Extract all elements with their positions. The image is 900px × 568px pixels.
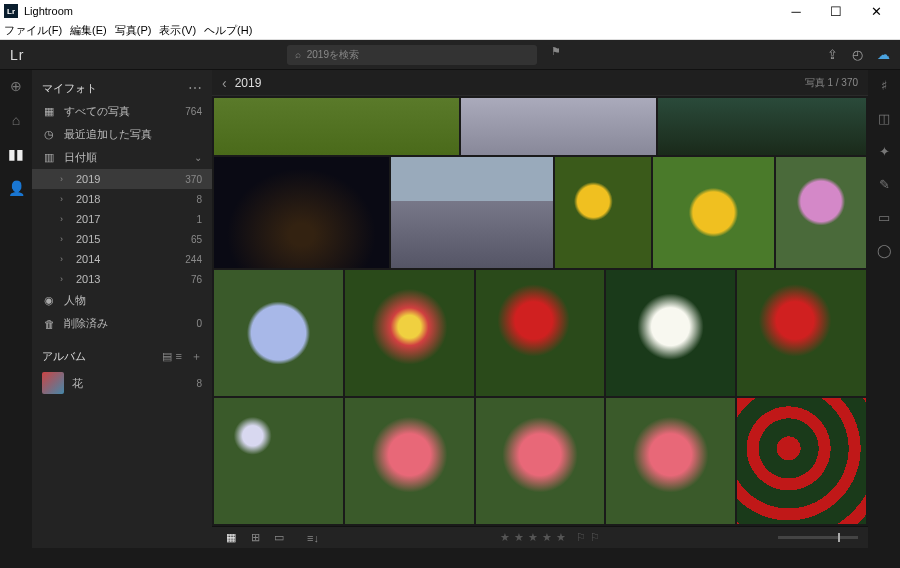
photo-thumbnail[interactable]	[345, 270, 474, 396]
grid-view-icon[interactable]: ▦	[222, 531, 240, 545]
photo-thumbnail[interactable]	[476, 398, 605, 524]
sidebar-item-all-photos[interactable]: ▦すべての写真 764	[32, 100, 212, 123]
flag-reject-icon[interactable]: ⚐	[590, 531, 600, 544]
photo-thumbnail[interactable]	[555, 157, 651, 267]
sidebar-year-2014[interactable]: ›2014244	[32, 249, 212, 269]
year-count: 76	[191, 274, 202, 285]
album-thumbnail	[42, 372, 64, 394]
zoom-slider[interactable]	[778, 536, 858, 539]
sidebar-item-recent[interactable]: ◷最近追加した写真	[32, 123, 212, 146]
chevron-right-icon: ›	[60, 254, 68, 264]
myphotos-section-title: マイフォト ⋯	[32, 76, 212, 100]
share-icon[interactable]: ⇪	[827, 47, 838, 62]
detail-view-icon[interactable]: ▭	[270, 531, 288, 545]
maximize-button[interactable]: ☐	[816, 4, 856, 19]
photo-thumbnail[interactable]	[653, 157, 773, 267]
app-logo: Lr	[10, 47, 24, 63]
cloud-sync-icon[interactable]: ☁	[877, 47, 890, 62]
library-icon[interactable]: ▮▮	[8, 146, 24, 162]
chevron-right-icon: ›	[60, 174, 68, 184]
year-count: 65	[191, 234, 202, 245]
search-input[interactable]: ⌕ 2019を検索	[287, 45, 537, 65]
photo-thumbnail[interactable]	[658, 98, 866, 155]
album-flowers[interactable]: 花 8	[32, 368, 212, 398]
menu-edit[interactable]: 編集(E)	[70, 23, 107, 38]
filter-icon[interactable]: ⚑	[547, 45, 565, 65]
album-view-icon[interactable]: ▤ ≡	[162, 350, 181, 362]
flag-pick-icon[interactable]: ⚐	[576, 531, 586, 544]
photo-thumbnail[interactable]	[461, 98, 657, 155]
sidebar-year-2018[interactable]: ›20188	[32, 189, 212, 209]
photo-thumbnail[interactable]	[391, 157, 554, 267]
recent-label: 最近追加した写真	[64, 127, 152, 142]
year-label: 2019	[76, 173, 100, 185]
radial-gradient-icon[interactable]: ◯	[877, 243, 892, 258]
app-icon: Lr	[4, 4, 18, 18]
back-icon[interactable]: ‹	[222, 75, 227, 91]
app-toolbar: Lr ⌕ 2019を検索 ⚑ ⇪ ◴ ☁	[0, 40, 900, 70]
home-icon[interactable]: ⌂	[12, 112, 20, 128]
menu-view[interactable]: 表示(V)	[159, 23, 196, 38]
sidebar-item-by-date[interactable]: ▥日付順 ⌄	[32, 146, 212, 169]
crop-icon[interactable]: ◫	[878, 111, 890, 126]
chevron-right-icon: ›	[60, 234, 68, 244]
add-photos-icon[interactable]: ⊕	[10, 78, 22, 94]
add-album-icon[interactable]: ＋	[191, 350, 202, 362]
photo-thumbnail[interactable]	[345, 398, 474, 524]
star-icon[interactable]: ★	[556, 531, 566, 544]
healing-icon[interactable]: ✦	[879, 144, 890, 159]
close-button[interactable]: ✕	[856, 4, 896, 19]
sidebar-item-people[interactable]: ◉人物	[32, 289, 212, 312]
minimize-button[interactable]: ─	[776, 4, 816, 19]
albums-section-title: アルバム ▤ ≡ ＋	[32, 345, 212, 368]
sidebar-year-2013[interactable]: ›201376	[32, 269, 212, 289]
photo-thumbnail[interactable]	[737, 270, 866, 396]
year-label: 2014	[76, 253, 100, 265]
by-date-label: 日付順	[64, 150, 97, 165]
sidebar-year-2015[interactable]: ›201565	[32, 229, 212, 249]
menu-file[interactable]: ファイル(F)	[4, 23, 62, 38]
search-placeholder: 2019を検索	[307, 48, 359, 62]
photo-thumbnail[interactable]	[737, 398, 866, 524]
star-icon[interactable]: ★	[542, 531, 552, 544]
myphotos-menu-icon[interactable]: ⋯	[188, 80, 202, 96]
photo-thumbnail[interactable]	[214, 270, 343, 396]
chevron-down-icon: ⌄	[194, 152, 202, 163]
photo-thumbnail[interactable]	[214, 398, 343, 524]
bottom-toolbar: ▦ ⊞ ▭ ≡↓ ★ ★ ★ ★ ★ ⚐ ⚐	[212, 526, 868, 548]
sidebar-item-deleted[interactable]: 🗑削除済み 0	[32, 312, 212, 335]
photo-thumbnail[interactable]	[476, 270, 605, 396]
year-label: 2015	[76, 233, 100, 245]
grid-icon: ▦	[42, 105, 56, 119]
sort-icon[interactable]: ≡↓	[304, 531, 322, 545]
menu-help[interactable]: ヘルプ(H)	[204, 23, 252, 38]
photo-thumbnail[interactable]	[214, 98, 459, 155]
people-share-icon[interactable]: 👤	[8, 180, 25, 196]
menu-bar: ファイル(F) 編集(E) 写真(P) 表示(V) ヘルプ(H)	[0, 22, 900, 40]
deleted-label: 削除済み	[64, 316, 108, 331]
photo-thumbnail[interactable]	[214, 157, 389, 267]
year-label: 2013	[76, 273, 100, 285]
sidebar-year-2017[interactable]: ›20171	[32, 209, 212, 229]
year-count: 244	[185, 254, 202, 265]
year-count: 8	[196, 194, 202, 205]
square-grid-icon[interactable]: ⊞	[246, 531, 264, 545]
albums-label: アルバム	[42, 349, 86, 364]
star-icon[interactable]: ★	[528, 531, 538, 544]
photo-thumbnail[interactable]	[606, 398, 735, 524]
sidebar-year-2019[interactable]: ›2019370	[32, 169, 212, 189]
photo-thumbnail[interactable]	[606, 270, 735, 396]
star-icon[interactable]: ★	[514, 531, 524, 544]
calendar-icon: ▥	[42, 151, 56, 165]
menu-photo[interactable]: 写真(P)	[115, 23, 152, 38]
all-photos-count: 764	[185, 106, 202, 117]
myphotos-label: マイフォト	[42, 81, 97, 96]
window-titlebar: Lr Lightroom ─ ☐ ✕	[0, 0, 900, 22]
photo-thumbnail[interactable]	[776, 157, 866, 267]
linear-gradient-icon[interactable]: ▭	[878, 210, 890, 225]
help-icon[interactable]: ◴	[852, 47, 863, 62]
brush-icon[interactable]: ✎	[879, 177, 890, 192]
year-count: 1	[196, 214, 202, 225]
star-icon[interactable]: ★	[500, 531, 510, 544]
edit-panel-icon[interactable]: ♯	[881, 78, 887, 93]
